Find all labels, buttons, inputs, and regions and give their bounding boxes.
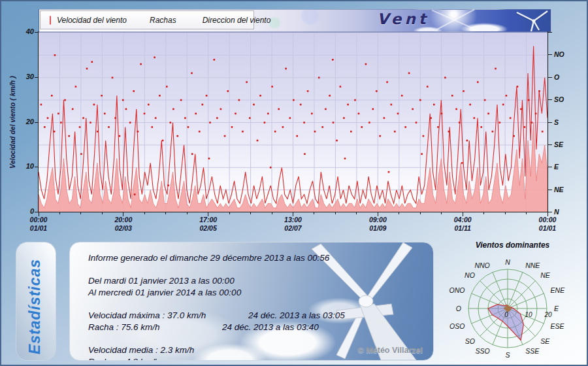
- rose-direction-label: ESE: [551, 322, 565, 330]
- x-axis-minor-tick: [505, 212, 506, 214]
- x-axis-date: 02/03: [103, 224, 144, 233]
- right-axis-tick: [548, 212, 552, 212]
- x-axis-label: 00:0001/01: [527, 216, 568, 233]
- rose-direction-label: NE: [540, 271, 551, 279]
- x-axis-time: 00:00: [18, 216, 59, 224]
- x-axis-minor-tick: [272, 212, 272, 214]
- rose-radial-tick-label: 0: [504, 311, 508, 318]
- x-axis-minor-tick: [229, 212, 230, 214]
- rose-direction-label: S: [505, 351, 510, 359]
- x-axis-label: 00:0001/01: [18, 216, 59, 233]
- x-axis-minor-tick: [165, 212, 166, 214]
- y-axis-tick-label: 30: [16, 73, 34, 80]
- x-axis-time: 17:00: [188, 216, 229, 224]
- page-title: Vent: [364, 10, 442, 27]
- y-axis-tick: [35, 77, 39, 78]
- max-gust-date: 24 déc. 2013 a las 03:40: [222, 322, 319, 334]
- x-axis-minor-tick: [420, 212, 421, 214]
- x-axis-label: 17:0002/05: [188, 216, 229, 233]
- x-axis-date: 02/07: [272, 224, 314, 233]
- mean-gust-value: Rachas : 4.8 km/h: [88, 357, 433, 361]
- right-axis-tick: [548, 32, 552, 33]
- wind-rose-panel: Vientos dominantes NNNENEENEEESESESSESSS…: [442, 241, 583, 366]
- max-gust-value: Racha : 75.6 km/h: [88, 322, 222, 334]
- wind-rose-title: Vientos dominantes: [442, 241, 583, 250]
- stats-panel: Informe generado el dimanche 29 décembre…: [69, 242, 434, 361]
- x-axis-minor-tick: [102, 212, 103, 214]
- header-banner: Velocidad del viento Rachas Direccion de…: [39, 9, 551, 32]
- x-axis-minor-tick: [441, 212, 442, 214]
- max-speed-value: Velocidad máxima : 37.0 km/h: [88, 310, 248, 322]
- legend-label-direccion: Direccion del viento: [203, 16, 271, 25]
- chart-legend: Velocidad del viento Rachas Direccion de…: [40, 10, 254, 29]
- rose-direction-label: SO: [465, 337, 475, 345]
- right-axis-tick: [548, 77, 552, 78]
- plot-area: [39, 32, 547, 212]
- right-axis-tick: [548, 167, 552, 167]
- report-generated-line: Informe generado el dimanche 29 décembre…: [88, 253, 433, 265]
- x-axis-time: 04:00: [442, 216, 483, 224]
- x-axis-minor-tick: [526, 212, 527, 214]
- right-axis-tick: [548, 54, 552, 55]
- max-speed-date: 24 déc. 2013 a las 03:05: [248, 310, 345, 322]
- x-axis-minor-tick: [335, 212, 336, 214]
- x-axis-time: 13:00: [272, 216, 314, 224]
- wind-rose-chart: NNNENEENEEESESESSESSSOSOOSOOONONONNO0102…: [442, 251, 583, 363]
- rose-radial-tick-label: 20: [544, 311, 552, 318]
- y-axis-tick-label: 0: [16, 207, 34, 215]
- direccion-scatter-series: [461, 162, 463, 164]
- rose-direction-label: E: [554, 305, 559, 312]
- stats-tab-label: Estadísticas: [26, 248, 46, 365]
- x-axis-minor-tick: [187, 212, 188, 214]
- y-axis-tick: [35, 32, 39, 33]
- stats-tab: Estadísticas: [16, 242, 56, 361]
- stats-text-block: Informe generado el dimanche 29 décembre…: [70, 242, 433, 361]
- right-axis-tick: [548, 122, 552, 123]
- period-from-line: Del mardi 01 janvier 2013 a las 00:00: [88, 276, 433, 288]
- x-axis-minor-tick: [399, 212, 399, 214]
- y-axis-tick-label: 20: [16, 118, 34, 125]
- direction-axis-label: O: [554, 73, 559, 81]
- period-to-line: Al mercredi 01 janvier 2014 a las 00:00: [88, 288, 433, 299]
- x-axis-date: 02/05: [188, 224, 229, 233]
- x-axis-date: 01/09: [357, 224, 399, 233]
- y-axis-tick: [35, 167, 39, 167]
- direction-axis-label: E: [554, 163, 559, 171]
- rose-direction-label: NNE: [525, 261, 540, 269]
- x-axis-date: 01/01: [18, 224, 59, 233]
- direction-axis-label: NE: [554, 186, 564, 193]
- x-axis-time: 09:00: [357, 216, 399, 224]
- rose-direction-label: NNO: [474, 261, 489, 269]
- rose-direction-label: NO: [465, 271, 475, 279]
- right-axis-tick: [548, 190, 552, 190]
- x-axis-label: 09:0001/09: [357, 216, 399, 233]
- y-axis-tick-label: 10: [16, 162, 34, 170]
- wind-report-page: Velocidad del viento Rachas Direccion de…: [0, 0, 588, 366]
- wind-speed-chart: [39, 33, 547, 212]
- wind-turbine-icon: [512, 10, 549, 31]
- x-axis-minor-tick: [250, 212, 251, 214]
- y-axis-tick: [35, 122, 39, 123]
- right-axis-tick: [548, 144, 552, 145]
- legend-label-rachas: Rachas: [150, 16, 176, 25]
- direction-axis-label: SE: [554, 141, 563, 148]
- direction-axis-label: SO: [554, 95, 564, 103]
- rose-direction-label: ENE: [551, 286, 566, 294]
- y-axis-tick-label: 40: [16, 27, 34, 35]
- rose-direction-label: O: [456, 305, 461, 312]
- direction-axis-label: N: [554, 208, 559, 216]
- rose-direction-label: SE: [540, 337, 550, 345]
- x-axis-label: 13:0002/07: [272, 216, 314, 233]
- x-axis-minor-tick: [483, 212, 484, 214]
- x-axis-label: 20:0002/03: [103, 216, 144, 233]
- rose-direction-label: SSO: [476, 347, 490, 355]
- copyright-watermark: © Météo Villarzel: [358, 346, 423, 355]
- x-axis-date: 01/01: [527, 224, 568, 233]
- x-axis-minor-tick: [80, 212, 81, 214]
- rose-radial-tick-label: 10: [525, 311, 532, 318]
- rose-direction-label: OSO: [449, 322, 465, 330]
- right-axis-tick: [548, 99, 552, 100]
- direction-axis-label: NO: [554, 50, 564, 58]
- x-axis-minor-tick: [314, 212, 314, 214]
- x-axis-minor-tick: [356, 212, 357, 214]
